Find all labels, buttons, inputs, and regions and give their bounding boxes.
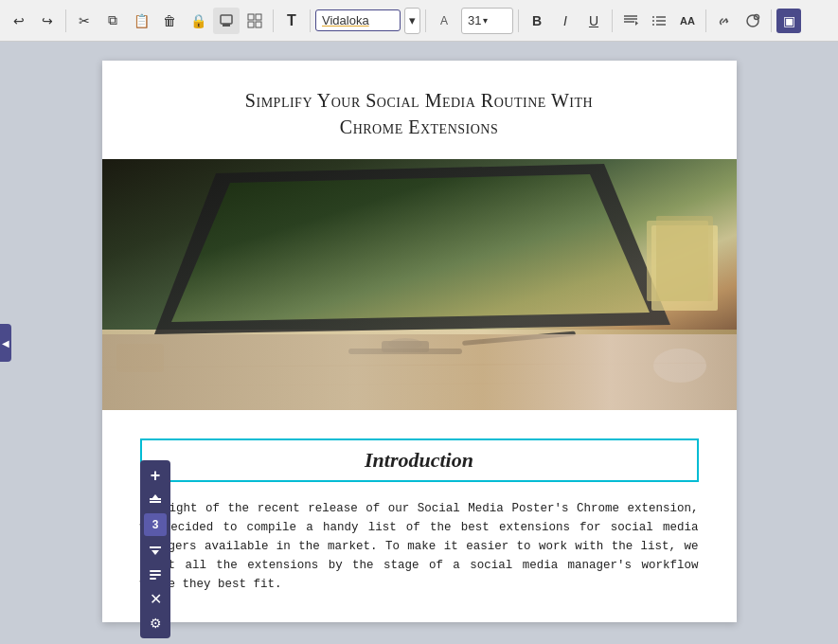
font-size-value: 31 bbox=[468, 13, 481, 27]
last-toolbar-button[interactable]: ▣ bbox=[776, 9, 801, 33]
list-icon bbox=[651, 14, 667, 27]
pattern-button[interactable] bbox=[241, 8, 268, 34]
left-toolbar: + 3 ✕ ⚙ bbox=[140, 460, 170, 638]
text-scale-button[interactable]: AA bbox=[674, 8, 701, 34]
separator-5 bbox=[518, 9, 519, 32]
bold-button[interactable]: B bbox=[524, 8, 550, 34]
separator-8 bbox=[771, 9, 772, 32]
hero-svg-overlay bbox=[102, 159, 737, 410]
canvas-area[interactable]: Simplify Your Social Media Routine with … bbox=[0, 42, 838, 644]
svg-rect-40 bbox=[116, 344, 164, 372]
move-down-icon bbox=[149, 543, 162, 556]
svg-rect-2 bbox=[248, 14, 254, 20]
svg-marker-9 bbox=[635, 21, 638, 26]
section-body-text: In light of the recent release of our So… bbox=[140, 499, 699, 594]
svg-rect-3 bbox=[256, 14, 261, 20]
hero-image bbox=[102, 159, 737, 410]
chevron-down-icon: ▾ bbox=[409, 13, 416, 27]
font-name-dropdown[interactable]: ▾ bbox=[404, 8, 420, 34]
page-header-section: Simplify Your Social Media Routine with … bbox=[102, 61, 737, 159]
svg-point-14 bbox=[652, 24, 654, 26]
page-number-badge: 3 bbox=[144, 513, 167, 536]
svg-marker-29 bbox=[171, 174, 650, 322]
separator-2 bbox=[273, 9, 274, 32]
copy-button[interactable]: ⧉ bbox=[99, 8, 126, 34]
stamp-icon bbox=[219, 13, 234, 28]
align-button[interactable] bbox=[617, 8, 644, 34]
svg-marker-22 bbox=[152, 550, 159, 555]
svg-rect-27 bbox=[102, 330, 737, 410]
font-size-dropdown[interactable]: 31 ▾ bbox=[461, 8, 513, 34]
pull-tab[interactable]: ◀ bbox=[0, 324, 11, 362]
cut-button[interactable]: ✂ bbox=[71, 8, 98, 34]
redo-button[interactable]: ↪ bbox=[34, 8, 61, 34]
svg-rect-25 bbox=[150, 578, 156, 580]
svg-rect-23 bbox=[150, 570, 161, 572]
shape-icon bbox=[745, 13, 760, 28]
svg-line-39 bbox=[102, 382, 737, 386]
svg-point-37 bbox=[653, 349, 706, 383]
svg-rect-24 bbox=[150, 574, 161, 576]
delete-block-button[interactable]: ✕ bbox=[144, 587, 167, 610]
separator-4 bbox=[425, 9, 426, 32]
list-button[interactable] bbox=[646, 8, 672, 34]
svg-rect-1 bbox=[223, 24, 230, 27]
svg-point-10 bbox=[652, 16, 654, 18]
text-tool-button[interactable]: T bbox=[278, 8, 305, 34]
text-size-icon-button[interactable]: A bbox=[431, 8, 457, 34]
delete-button[interactable]: 🗑 bbox=[156, 8, 183, 34]
svg-point-30 bbox=[388, 338, 422, 349]
svg-point-16 bbox=[747, 15, 758, 27]
svg-rect-4 bbox=[248, 22, 254, 27]
settings-block-button[interactable]: ⚙ bbox=[144, 612, 167, 635]
svg-rect-5 bbox=[256, 22, 261, 27]
add-block-button[interactable]: + bbox=[144, 464, 167, 487]
lock-button[interactable]: 🔒 bbox=[185, 8, 211, 34]
move-down-button[interactable] bbox=[144, 538, 167, 561]
pattern-icon bbox=[247, 13, 262, 28]
svg-rect-0 bbox=[221, 15, 232, 24]
font-name-input[interactable] bbox=[315, 9, 401, 31]
content-section: Introduction In light of the recent rele… bbox=[102, 410, 737, 622]
pull-tab-icon: ◀ bbox=[2, 338, 9, 349]
link-button[interactable] bbox=[711, 8, 738, 34]
move-up-button[interactable] bbox=[144, 489, 167, 511]
italic-button[interactable]: I bbox=[552, 8, 579, 34]
svg-line-38 bbox=[102, 363, 737, 367]
stack-button[interactable] bbox=[144, 563, 167, 585]
stamp-button[interactable] bbox=[213, 8, 240, 34]
link-icon bbox=[717, 13, 732, 28]
stack-icon bbox=[149, 567, 162, 581]
separator-1 bbox=[65, 9, 66, 32]
document-page: Simplify Your Social Media Routine with … bbox=[102, 61, 737, 622]
paste-button[interactable]: 📋 bbox=[128, 8, 154, 34]
page-title: Simplify Your Social Media Routine with … bbox=[140, 87, 699, 140]
align-icon bbox=[623, 14, 638, 27]
font-size-chevron: ▾ bbox=[483, 15, 488, 26]
main-toolbar: ↩ ↪ ✂ ⧉ 📋 🗑 🔒 T ▾ A 31 ▾ B I U bbox=[0, 0, 838, 42]
separator-6 bbox=[612, 9, 613, 32]
svg-marker-20 bbox=[152, 494, 159, 499]
separator-3 bbox=[310, 9, 311, 32]
separator-7 bbox=[705, 9, 706, 32]
shape-button[interactable] bbox=[740, 8, 766, 34]
svg-rect-31 bbox=[382, 341, 429, 352]
svg-point-12 bbox=[652, 20, 654, 22]
section-header-box: Introduction bbox=[140, 438, 699, 482]
main-area: ◀ + 3 ✕ ⚙ bbox=[0, 42, 838, 644]
svg-rect-35 bbox=[656, 216, 713, 301]
svg-rect-32 bbox=[348, 349, 462, 354]
undo-button[interactable]: ↩ bbox=[6, 8, 32, 34]
move-up-icon bbox=[149, 493, 162, 507]
section-heading: Introduction bbox=[365, 448, 473, 472]
underline-button[interactable]: U bbox=[580, 8, 607, 34]
